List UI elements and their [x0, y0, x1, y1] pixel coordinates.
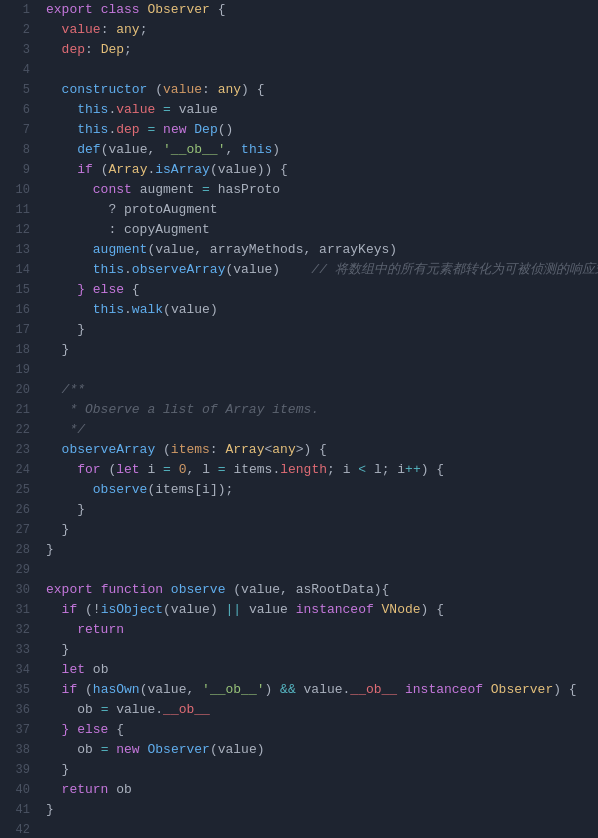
- code-line: if (hasOwn(value, '__ob__') && value.__o…: [46, 680, 598, 700]
- code-line: ? protoAugment: [46, 200, 598, 220]
- line-number: 34: [8, 660, 30, 680]
- line-number: 15: [8, 280, 30, 300]
- code-line: * Observe a list of Array items.: [46, 400, 598, 420]
- line-number: 31: [8, 600, 30, 620]
- line-number: 18: [8, 340, 30, 360]
- code-line: }: [46, 320, 598, 340]
- line-number: 39: [8, 760, 30, 780]
- line-number: 35: [8, 680, 30, 700]
- line-number: 6: [8, 100, 30, 120]
- line-number: 3: [8, 40, 30, 60]
- line-number: 5: [8, 80, 30, 100]
- code-line: ob = value.__ob__: [46, 700, 598, 720]
- line-number: 25: [8, 480, 30, 500]
- code-line: value: any;: [46, 20, 598, 40]
- code-line: : copyAugment: [46, 220, 598, 240]
- code-line: } else {: [46, 720, 598, 740]
- line-number: 33: [8, 640, 30, 660]
- line-number: 19: [8, 360, 30, 380]
- line-number: 29: [8, 560, 30, 580]
- code-line: this.walk(value): [46, 300, 598, 320]
- line-number: 9: [8, 160, 30, 180]
- code-line: this.value = value: [46, 100, 598, 120]
- code-line: }: [46, 800, 598, 820]
- line-number: 30: [8, 580, 30, 600]
- code-line: export class Observer {: [46, 0, 598, 20]
- line-number: 37: [8, 720, 30, 740]
- line-number: 21: [8, 400, 30, 420]
- code-line: [46, 60, 598, 80]
- code-line: let ob: [46, 660, 598, 680]
- line-number: 27: [8, 520, 30, 540]
- line-number: 8: [8, 140, 30, 160]
- code-line: }: [46, 340, 598, 360]
- line-number: 1: [8, 0, 30, 20]
- line-number-gutter: 1234567891011121314151617181920212223242…: [0, 0, 40, 838]
- line-number: 7: [8, 120, 30, 140]
- code-line: export function observe (value, asRootDa…: [46, 580, 598, 600]
- code-line: if (!isObject(value) || value instanceof…: [46, 600, 598, 620]
- line-number: 40: [8, 780, 30, 800]
- code-line: constructor (value: any) {: [46, 80, 598, 100]
- line-number: 28: [8, 540, 30, 560]
- code-line: }: [46, 760, 598, 780]
- code-line: return: [46, 620, 598, 640]
- line-number: 22: [8, 420, 30, 440]
- line-number: 12: [8, 220, 30, 240]
- line-number: 23: [8, 440, 30, 460]
- line-number: 32: [8, 620, 30, 640]
- line-number: 38: [8, 740, 30, 760]
- line-number: 4: [8, 60, 30, 80]
- code-line: return ob: [46, 780, 598, 800]
- line-number: 2: [8, 20, 30, 40]
- line-number: 14: [8, 260, 30, 280]
- code-line: for (let i = 0, l = items.length; i < l;…: [46, 460, 598, 480]
- code-line: const augment = hasProto: [46, 180, 598, 200]
- code-line: } else {: [46, 280, 598, 300]
- code-line: [46, 820, 598, 838]
- code-line: observe(items[i]);: [46, 480, 598, 500]
- code-editor: 1234567891011121314151617181920212223242…: [0, 0, 598, 838]
- code-line: [46, 360, 598, 380]
- line-number: 16: [8, 300, 30, 320]
- code-line: }: [46, 640, 598, 660]
- line-number: 26: [8, 500, 30, 520]
- code-line: def(value, '__ob__', this): [46, 140, 598, 160]
- code-line: [46, 560, 598, 580]
- code-line: */: [46, 420, 598, 440]
- code-line: }: [46, 500, 598, 520]
- line-number: 42: [8, 820, 30, 838]
- code-line: dep: Dep;: [46, 40, 598, 60]
- code-line: augment(value, arrayMethods, arrayKeys): [46, 240, 598, 260]
- code-line: }: [46, 520, 598, 540]
- code-line: ob = new Observer(value): [46, 740, 598, 760]
- code-line: if (Array.isArray(value)) {: [46, 160, 598, 180]
- code-content: export class Observer { value: any; dep:…: [40, 0, 598, 838]
- code-line: /**: [46, 380, 598, 400]
- line-number: 13: [8, 240, 30, 260]
- line-number: 41: [8, 800, 30, 820]
- code-line: this.dep = new Dep(): [46, 120, 598, 140]
- code-line: }: [46, 540, 598, 560]
- line-number: 36: [8, 700, 30, 720]
- line-number: 10: [8, 180, 30, 200]
- line-number: 11: [8, 200, 30, 220]
- code-line: this.observeArray(value) // 将数组中的所有元素都转化…: [46, 260, 598, 280]
- line-number: 17: [8, 320, 30, 340]
- line-number: 24: [8, 460, 30, 480]
- code-line: observeArray (items: Array<any>) {: [46, 440, 598, 460]
- line-number: 20: [8, 380, 30, 400]
